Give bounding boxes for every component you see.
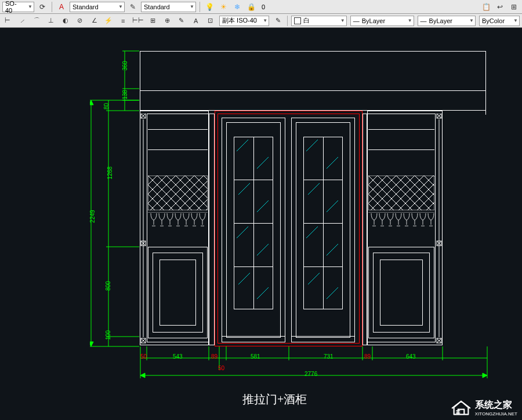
dimensions-horizontal (133, 346, 493, 393)
textstyle-label-1: Standard (72, 3, 99, 10)
svg-line-18 (238, 273, 250, 284)
drawing-canvas[interactable]: 2249 1268 800 100 80 360 138 50 543 89 5… (0, 28, 522, 420)
toolbar-properties: ⊢ ⟋ ⌒ ⊥ ◐ ⊘ ∠ ⚡ ≡ ⊢⊢ ⊞ ⊕ ✎ A ⊡ 副本 ISO-40… (0, 14, 522, 28)
glass-right (303, 137, 343, 309)
pilaster-right (436, 114, 443, 345)
dim-138: 138 (122, 90, 128, 100)
sun-icon[interactable]: ☀ (217, 1, 229, 13)
wine-glasses-right (368, 212, 434, 229)
toolbar-dimension-style: SO-40 ⟳ A Standard ✎ Standard 💡 ☀ ❄ 🔒 0 … (0, 0, 522, 14)
dim-100: 100 (105, 330, 111, 340)
dim-80: 80 (103, 103, 110, 109)
dim-2249: 2249 (89, 210, 96, 222)
dimstyle-copy-label: 副本 ISO-40 (222, 16, 257, 25)
plotstyle-label: ByColor (482, 17, 505, 24)
watermark: 系统之家 XITONGZHIJIA.NET (451, 399, 517, 417)
wine-glasses-left (148, 212, 208, 229)
drawing-title: 推拉门+酒柜 (242, 392, 307, 407)
dim-h581: 581 (251, 353, 260, 360)
dim-aligned-icon[interactable]: ⟋ (17, 15, 28, 27)
color-label: 白 (303, 16, 310, 25)
dim-baseline-icon[interactable]: ≡ (118, 15, 129, 27)
watermark-name: 系统之家 (475, 399, 517, 411)
dim-h543: 543 (173, 353, 183, 360)
dim-800: 800 (105, 281, 111, 291)
textstyle-label-2: Standard (144, 3, 170, 10)
svg-line-15 (257, 200, 269, 212)
dim-arc-icon[interactable]: ⌒ (31, 15, 42, 27)
dim-radius-icon[interactable]: ◐ (60, 15, 71, 27)
dim-angular-icon[interactable]: ∠ (89, 15, 100, 27)
dimstyle-combo-2[interactable]: 副本 ISO-40 (219, 16, 269, 26)
center-mark-icon[interactable]: ⊕ (162, 15, 173, 27)
color-swatch (294, 17, 301, 24)
watermark-house-icon (451, 399, 472, 417)
dim-text-edit-icon[interactable]: A (190, 15, 201, 27)
dim-continue-icon[interactable]: ⊢⊢ (132, 15, 144, 27)
dimensions-vertical (90, 45, 139, 358)
svg-line-25 (327, 244, 338, 255)
textstyle-combo-1[interactable]: Standard (70, 2, 125, 12)
svg-line-17 (257, 244, 269, 255)
svg-line-14 (238, 183, 250, 195)
svg-line-23 (327, 200, 338, 212)
lattice-right (368, 176, 434, 210)
text-style-icon[interactable]: A (56, 1, 67, 13)
dimstyle-combo-1[interactable]: SO-40 (2, 2, 34, 12)
pilaster-left (140, 114, 147, 345)
svg-line-26 (308, 273, 320, 284)
layer-name: 0 (262, 3, 265, 10)
svg-line-12 (237, 140, 248, 151)
dim-h50: 50 (140, 353, 147, 360)
dim-edit-icon[interactable]: ✎ (176, 15, 187, 27)
linetype-combo-1[interactable]: —ByLayer (350, 16, 414, 26)
svg-line-21 (327, 157, 338, 169)
svg-line-22 (308, 183, 320, 195)
color-combo[interactable]: 白 (291, 16, 347, 26)
freeze-icon[interactable]: ❄ (231, 1, 243, 13)
layer-match-icon[interactable]: ⊞ (508, 1, 520, 13)
svg-rect-0 (148, 176, 208, 210)
svg-line-19 (257, 287, 269, 299)
svg-line-13 (257, 157, 269, 169)
light-icon[interactable]: 💡 (204, 1, 215, 13)
lattice-left (148, 176, 208, 210)
linetype-combo-2[interactable]: —ByLayer (418, 16, 476, 26)
dim-h89a: 89 (211, 353, 217, 360)
svg-line-24 (306, 227, 318, 238)
brush-icon-2[interactable]: ✎ (273, 15, 284, 27)
textstyle-combo-2[interactable]: Standard (141, 2, 196, 12)
dim-h89b: 89 (364, 353, 371, 360)
watermark-url: XITONGZHIJIA.NET (475, 411, 517, 417)
inspect-icon[interactable]: ⊡ (205, 15, 216, 27)
dimstyle-label: SO-40 (5, 0, 23, 14)
lock-icon[interactable]: 🔒 (245, 1, 257, 13)
linetype-label-2: ByLayer (429, 17, 452, 24)
svg-line-16 (237, 227, 248, 238)
svg-line-27 (327, 287, 338, 299)
svg-rect-6 (368, 176, 434, 210)
brush-icon[interactable]: ✎ (127, 1, 139, 13)
dim-h50b: 50 (218, 365, 224, 371)
glass-left (234, 137, 273, 309)
layer-prev-icon[interactable]: ↩ (494, 1, 506, 13)
dim-ordinate-icon[interactable]: ⊥ (46, 15, 57, 27)
dim-quick-icon[interactable]: ⚡ (103, 15, 114, 27)
dim-1268: 1268 (107, 166, 113, 179)
dim-total: 2776 (304, 371, 317, 377)
svg-line-20 (306, 140, 318, 151)
dim-h643: 643 (406, 353, 416, 360)
dim-h731: 731 (324, 353, 334, 360)
dim-update-icon[interactable]: ⟳ (37, 1, 48, 13)
tolerance-icon[interactable]: ⊞ (147, 15, 158, 27)
dim-diameter-icon[interactable]: ⊘ (74, 15, 85, 27)
dim-linear-icon[interactable]: ⊢ (2, 15, 13, 27)
plotstyle-combo[interactable]: ByColor (479, 16, 520, 26)
dim-360: 360 (122, 61, 128, 71)
linetype-label-1: ByLayer (362, 17, 385, 24)
layer-states-icon[interactable]: 📋 (480, 1, 492, 13)
